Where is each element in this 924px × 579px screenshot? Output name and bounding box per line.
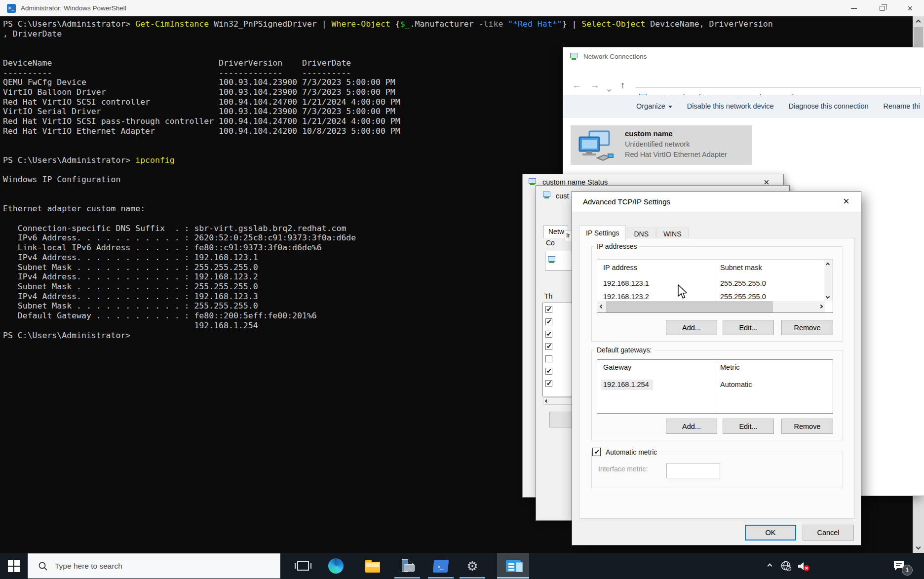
connection-network: Unidentified network [625,140,727,148]
tab-ip-settings[interactable]: IP Settings [579,225,626,240]
task-view-icon [297,561,309,571]
ip-list-vscroll[interactable] [824,260,833,301]
ip-row-clipped[interactable]: 192.168.123.2 255.255.255.0 [597,293,824,301]
protocol-list-item[interactable] [543,352,572,365]
organize-button[interactable]: Organize [636,102,672,110]
ip-addresses-list[interactable]: IP address Subnet mask 192.168.123.1 255… [597,260,833,313]
protocol-list-item[interactable] [543,377,572,389]
gateway-remove-button[interactable]: Remove [781,419,833,434]
scroll-right-icon[interactable] [819,305,823,309]
gateway-add-button[interactable]: Add... [666,419,717,434]
search-input[interactable] [55,562,242,571]
status-dialog-icon [529,178,537,186]
checkbox-checked[interactable] [545,368,552,375]
advanced-dialog-titlebar: Advanced TCP/IP Settings [572,192,861,212]
advanced-dialog-title: Advanced TCP/IP Settings [583,197,670,206]
control-panel-icon [506,560,521,572]
explorer-navbar: ← → ↑ « Network and Internet › Network C… [563,65,924,95]
ethernet-adapter-icon [575,128,617,167]
forward-arrow-icon[interactable]: → [590,80,600,91]
automatic-metric-checkbox[interactable] [592,448,601,456]
advanced-close-icon[interactable]: × [843,196,849,207]
disable-device-button[interactable]: Disable this network device [687,102,774,110]
taskbar-file-explorer[interactable] [360,553,385,579]
up-arrow-icon[interactable]: ↑ [620,80,625,91]
connection-device: Red Hat VirtIO Ethernet Adapter [625,151,727,158]
protocol-list-item[interactable] [543,303,572,315]
back-arrow-icon[interactable]: ← [572,80,581,91]
restore-icon[interactable] [880,6,885,11]
tray-volume[interactable] [795,553,812,579]
diagnose-connection-button[interactable]: Diagnose this connection [789,102,869,110]
close-icon[interactable]: × [907,4,913,13]
taskbar-settings[interactable]: ⚙ [460,553,485,579]
task-view-button[interactable] [290,553,316,579]
props-button-fragment[interactable] [549,412,572,427]
start-button[interactable] [0,553,28,579]
ip-add-button[interactable]: Add... [666,320,717,335]
recent-locations-icon[interactable] [608,83,611,94]
scroll-down-icon[interactable] [913,543,924,553]
metric-row-value[interactable]: Automatic [720,381,752,388]
tray-network[interactable] [778,553,794,579]
network-connections-icon [570,53,578,60]
scroll-up-icon[interactable] [826,263,830,267]
column-subnet-mask[interactable]: Subnet mask [720,264,762,271]
protocol-list-item[interactable] [543,340,572,352]
taskbar: ›_ ⚙ ENG ES 12:33 AM 2/23/2026 [0,553,924,579]
props-checkbox-list[interactable] [542,303,572,396]
interface-metric-input[interactable] [666,463,720,478]
taskbar-edge[interactable] [323,553,348,579]
network-connections-title: Network Connections [583,53,647,60]
taskbar-powershell[interactable]: ›_ [428,553,454,579]
ok-button[interactable]: OK [745,525,796,540]
search-icon [38,561,48,571]
connection-name: custom name [625,129,727,138]
gateway-row-value[interactable]: 192.168.1.254 [601,380,653,390]
powershell-window-title: Administrator: Windows PowerShell [21,4,126,12]
computer-management-icon [400,559,415,573]
scroll-left-icon[interactable] [600,305,604,309]
checkbox-checked[interactable] [545,318,552,325]
checkbox-checked[interactable] [545,343,552,350]
action-center-button[interactable]: 1 [888,553,916,579]
cancel-button[interactable]: Cancel [803,525,854,540]
column-gateway[interactable]: Gateway [603,363,631,371]
protocol-list-item[interactable] [543,365,572,377]
mouse-cursor [677,284,688,299]
gateways-legend: Default gateways: [594,346,654,354]
checkbox-checked[interactable] [545,331,552,338]
ip-row-value[interactable]: 192.168.123.1 [603,279,649,287]
minimize-icon[interactable] [851,8,857,9]
gateways-list[interactable]: Gateway Metric 192.168.1.254 Automatic [597,359,833,414]
checkbox-unchecked[interactable] [545,355,552,362]
column-metric[interactable]: Metric [720,363,739,371]
console-line: , DriverDate [3,29,924,39]
taskbar-computer-management[interactable] [394,553,420,579]
gateway-edit-button[interactable]: Edit... [723,419,774,434]
checkbox-checked[interactable] [545,306,552,313]
protocol-list-item[interactable] [543,315,572,328]
subnet-row-value[interactable]: 255.255.255.0 [720,279,766,287]
taskbar-search[interactable] [28,553,280,579]
rename-connection-button[interactable]: Rename thi [884,102,920,110]
scroll-up-icon[interactable] [913,16,924,26]
checkbox-checked[interactable] [545,380,552,387]
ip-list-hscroll[interactable] [597,301,825,312]
taskbar-control-panel-active[interactable] [497,553,529,579]
tray-expand-button[interactable] [763,553,776,579]
explorer-toolbar: Organize Disable this network device Dia… [563,95,924,117]
props-hscroll[interactable] [543,397,572,405]
scroll-left-icon[interactable] [545,399,548,403]
protocol-list-item[interactable] [543,328,572,340]
active-indicator [460,577,485,579]
column-ip-address[interactable]: IP address [603,264,637,271]
active-indicator [394,577,420,579]
ip-edit-button[interactable]: Edit... [723,320,774,335]
console-line: PS C:\Users\Administrator> Get-CimInstan… [3,19,924,29]
ip-remove-button[interactable]: Remove [781,320,833,335]
network-connection-item[interactable]: custom name Unidentified network Red Hat… [571,125,752,165]
chevron-down-icon [668,106,672,108]
active-indicator [497,577,529,579]
scroll-down-icon[interactable] [826,295,830,299]
